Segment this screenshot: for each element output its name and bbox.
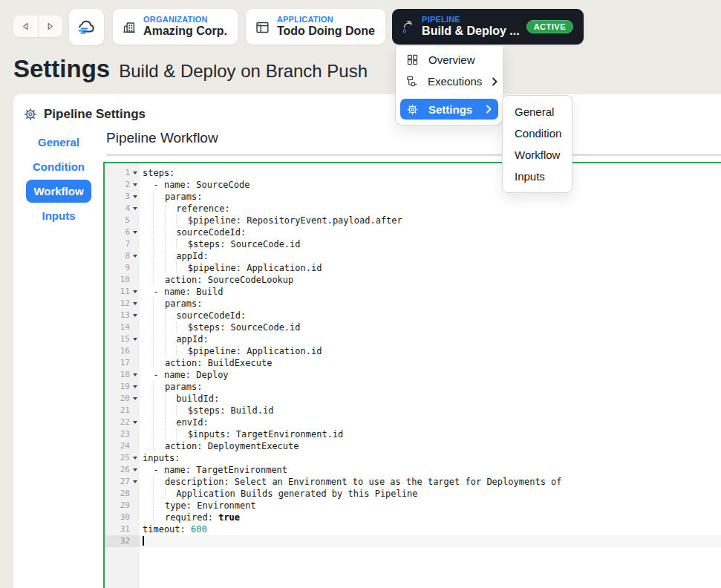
code-line[interactable]: $pipeline: Application.id: [140, 262, 721, 274]
back-button[interactable]: [13, 16, 38, 37]
fold-arrow-icon[interactable]: [130, 167, 140, 179]
fold-arrow-icon[interactable]: [130, 416, 140, 428]
fold-arrow-icon[interactable]: [130, 476, 140, 488]
code-line[interactable]: timeout: 600: [140, 523, 721, 535]
code-line[interactable]: - name: SourceCode: [140, 179, 721, 191]
editor-line[interactable]: 4 reference:: [105, 203, 721, 215]
home-logo-button[interactable]: [69, 9, 104, 45]
fold-arrow-icon[interactable]: [130, 333, 140, 345]
sidebar-item-general[interactable]: General: [26, 137, 91, 148]
code-line[interactable]: buildId:: [140, 393, 721, 405]
app-breadcrumb-card[interactable]: APPLICATION Todo Doing Done: [246, 9, 385, 45]
editor-line[interactable]: 22 envId:: [105, 416, 721, 428]
code-line[interactable]: steps:: [140, 167, 721, 179]
fold-arrow-icon[interactable]: [130, 203, 140, 215]
code-line[interactable]: params:: [140, 381, 721, 393]
yaml-code-editor[interactable]: 1steps:2 - name: SourceCode3 params:4 re…: [103, 162, 721, 588]
editor-line[interactable]: 9 $pipeline: Application.id: [105, 262, 721, 274]
editor-line[interactable]: 10 action: SourceCodeLookup: [105, 274, 721, 286]
submenu-item-workflow[interactable]: Workflow: [503, 144, 572, 166]
fold-arrow-icon[interactable]: [130, 393, 140, 405]
editor-line[interactable]: 31timeout: 600: [105, 523, 721, 535]
editor-line[interactable]: 25inputs:: [105, 452, 721, 464]
code-line[interactable]: $steps: SourceCode.id: [140, 321, 721, 333]
code-line[interactable]: $pipeline: Application.id: [140, 345, 721, 357]
submenu-item-general[interactable]: General: [503, 101, 572, 122]
editor-line[interactable]: 11 - name: Build: [105, 286, 721, 298]
code-line[interactable]: action: BuildExecute: [140, 357, 721, 369]
forward-button[interactable]: [39, 16, 63, 37]
editor-line[interactable]: 28 Application Builds generated by this …: [105, 488, 721, 500]
code-line[interactable]: params:: [140, 298, 721, 310]
fold-arrow-icon[interactable]: [130, 310, 140, 321]
editor-line[interactable]: 12 params:: [105, 298, 721, 310]
sidebar-item-condition[interactable]: Condition: [26, 161, 91, 173]
editor-line[interactable]: 24 action: DeploymentExecute: [105, 440, 721, 452]
sidebar-item-inputs[interactable]: Inputs: [26, 210, 91, 222]
code-line[interactable]: envId:: [140, 416, 721, 428]
editor-line[interactable]: 6 sourceCodeId:: [105, 226, 721, 238]
fold-arrow-icon[interactable]: [130, 381, 140, 393]
fold-arrow-icon[interactable]: [130, 250, 140, 262]
menu-item-overview[interactable]: Overview: [396, 49, 503, 71]
editor-line[interactable]: 18 - name: Deploy: [105, 369, 721, 381]
editor-line[interactable]: 29 type: Environment: [105, 500, 721, 512]
editor-line[interactable]: 30 required: true: [105, 512, 721, 523]
fold-arrow-icon[interactable]: [130, 464, 140, 476]
code-line[interactable]: params:: [140, 191, 721, 203]
fold-arrow-icon[interactable]: [130, 191, 140, 203]
code-line[interactable]: sourceCodeId:: [140, 310, 721, 321]
code-line[interactable]: - name: TargetEnvironment: [140, 464, 721, 476]
fold-arrow-icon[interactable]: [130, 286, 140, 298]
code-line[interactable]: action: SourceCodeLookup: [140, 274, 721, 286]
code-line[interactable]: appId:: [140, 333, 721, 345]
code-line[interactable]: description: Select an Environment to us…: [140, 476, 721, 488]
code-line[interactable]: $steps: Build.id: [140, 405, 721, 416]
submenu-item-inputs[interactable]: Inputs: [503, 166, 572, 187]
code-line[interactable]: [140, 535, 721, 547]
fold-arrow-icon[interactable]: [130, 179, 140, 191]
fold-arrow-icon[interactable]: [130, 226, 140, 238]
menu-item-executions[interactable]: Executions: [396, 71, 503, 92]
fold-arrow-icon[interactable]: [130, 298, 140, 310]
fold-arrow-icon[interactable]: [130, 452, 140, 464]
code-line[interactable]: inputs:: [140, 452, 721, 464]
editor-line[interactable]: 5 $pipeline: RepositoryEvent.payload.aft…: [105, 215, 721, 226]
editor-line[interactable]: 17 action: BuildExecute: [105, 357, 721, 369]
code-line[interactable]: $steps: SourceCode.id: [140, 238, 721, 250]
editor-line[interactable]: 14 $steps: SourceCode.id: [105, 321, 721, 333]
editor-line[interactable]: 20 buildId:: [105, 393, 721, 405]
editor-line[interactable]: 19 params:: [105, 381, 721, 393]
submenu-item-condition[interactable]: Condition: [503, 122, 572, 144]
fold-arrow-icon[interactable]: [130, 369, 140, 381]
editor-line[interactable]: 21 $steps: Build.id: [105, 405, 721, 416]
editor-line[interactable]: 16 $pipeline: Application.id: [105, 345, 721, 357]
editor-line[interactable]: 26 - name: TargetEnvironment: [105, 464, 721, 476]
org-breadcrumb-card[interactable]: ORGANIZATION Amazing Corp.: [113, 9, 238, 45]
editor-line[interactable]: 8 appId:: [105, 250, 721, 262]
editor-line[interactable]: 1steps:: [105, 167, 721, 179]
line-number: 15: [120, 333, 130, 345]
code-line[interactable]: required: true: [140, 512, 721, 523]
code-line[interactable]: action: DeploymentExecute: [140, 440, 721, 452]
editor-line[interactable]: 15 appId:: [105, 333, 721, 345]
code-line[interactable]: - name: Deploy: [140, 369, 721, 381]
code-line[interactable]: type: Environment: [140, 500, 721, 512]
editor-line[interactable]: 3 params:: [105, 191, 721, 203]
code-line[interactable]: sourceCodeId:: [140, 226, 721, 238]
code-line[interactable]: $inputs: TargetEnvironment.id: [140, 428, 721, 440]
pipeline-breadcrumb-card[interactable]: PIPELINE Build & Deploy ... ACTIVE: [392, 9, 584, 45]
editor-line[interactable]: 32: [105, 535, 721, 547]
editor-line[interactable]: 7 $steps: SourceCode.id: [105, 238, 721, 250]
code-line[interactable]: Application Builds generated by this Pip…: [140, 488, 721, 500]
code-line[interactable]: $pipeline: RepositoryEvent.payload.after: [140, 215, 721, 226]
code-line[interactable]: reference:: [140, 203, 721, 215]
sidebar-item-workflow[interactable]: Workflow: [26, 180, 91, 203]
menu-item-settings[interactable]: Settings: [400, 99, 498, 120]
editor-line[interactable]: 27 description: Select an Environment to…: [105, 476, 721, 488]
code-line[interactable]: appId:: [140, 250, 721, 262]
editor-line[interactable]: 2 - name: SourceCode: [105, 179, 721, 191]
editor-line[interactable]: 23 $inputs: TargetEnvironment.id: [105, 428, 721, 440]
editor-line[interactable]: 13 sourceCodeId:: [105, 310, 721, 321]
code-line[interactable]: - name: Build: [140, 286, 721, 298]
